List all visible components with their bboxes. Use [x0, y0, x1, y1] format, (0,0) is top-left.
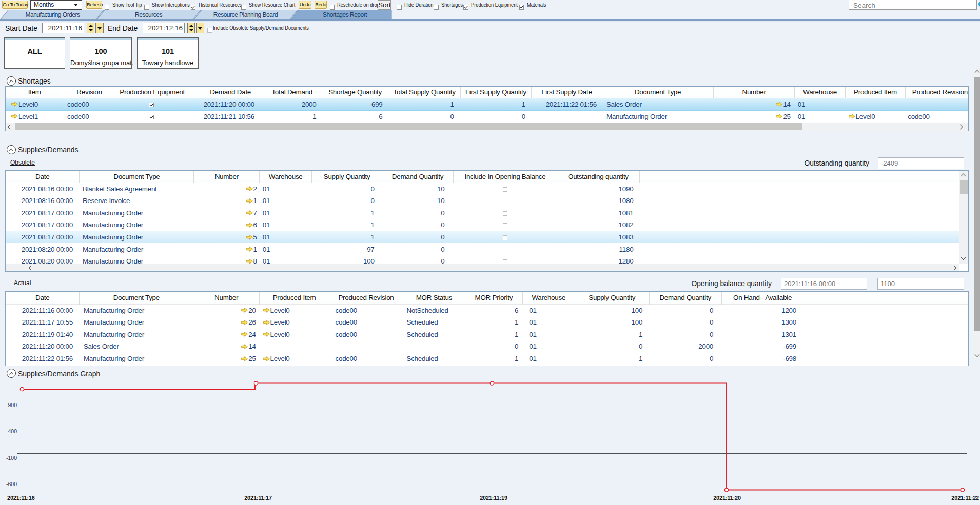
- svg-text:Manufacturing Orders: Manufacturing Orders: [25, 11, 80, 18]
- svg-text:Resources: Resources: [135, 11, 162, 18]
- svg-text:Resource Planning Board: Resource Planning Board: [213, 11, 278, 18]
- svg-text:Shortages Report: Shortages Report: [323, 11, 367, 18]
